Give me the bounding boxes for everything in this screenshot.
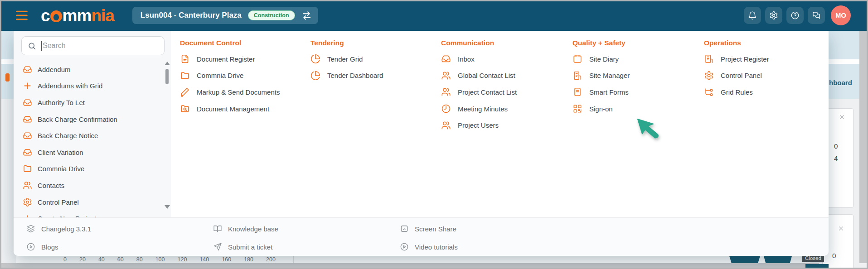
pointer-cursor-icon [636,118,666,140]
inbox-tray-icon [23,148,32,157]
menu-item-project-register[interactable]: Project Register [704,51,813,67]
sidebar-item-control-panel[interactable]: Control Panel [21,194,163,211]
menu-column-title: Quality + Safety [572,39,704,48]
menu-item-tender-dashboard[interactable]: Tender Dashboard [310,67,441,84]
menu-column: Operations Project Register Control Pane… [704,39,813,134]
vertical-scrollbar[interactable] [859,31,867,263]
inbox-tray-icon [23,98,32,107]
menu-item-markup-send-documents[interactable]: Markup & Send Documents [180,84,310,101]
menu-item-document-register[interactable]: Document Register [180,51,310,67]
axis-tick-label: 80 [136,256,143,263]
footer-link-screen-share[interactable]: Screen Share [400,220,458,238]
menu-item-label: Project Register [721,55,769,63]
close-icon[interactable] [838,225,844,232]
menu-item-control-panel[interactable]: Control Panel [704,67,813,84]
menu-column-title: Communication [441,39,572,48]
settings-button[interactable] [765,7,782,24]
users-icon [23,181,32,190]
sidebar-list: Addendum Addendums with Grid Authority T… [21,61,163,217]
menu-item-global-contact-list[interactable]: Global Contact List [441,67,572,84]
sidebar-item-create-new-project[interactable]: Create New Project [21,210,163,217]
sidebar-item-addendums-with-grid[interactable]: Addendums with Grid [21,78,163,95]
users-icon [441,120,451,130]
pie-chart-icon [310,54,320,64]
sidebar-item-contacts[interactable]: Contacts [21,177,163,194]
axis-tick-label: 60 [117,256,124,263]
menu-item-label: Project Users [458,121,499,129]
axis-tick-label: 120 [178,256,187,263]
sidebar-item-label: Client Variation [38,149,83,156]
chart-legend-fragment [805,264,829,269]
help-button[interactable] [786,7,804,24]
folder-icon [180,71,190,81]
footer-link-blogs[interactable]: Blogs [26,238,91,256]
menu-item-tender-grid[interactable]: Tender Grid [310,51,441,67]
building-icon [572,71,582,81]
menu-item-site-manager[interactable]: Site Manager [572,67,704,84]
sidebar-item-label: Authority To Let [38,99,85,106]
swap-arrows-icon[interactable] [301,10,312,21]
users-icon [441,71,451,81]
card-value: 0 [832,252,836,259]
axis-tick-label: 200 [266,256,276,263]
menu-item-grid-rules[interactable]: Grid Rules [704,84,813,101]
sidebar-item-addendum[interactable]: Addendum [21,61,163,78]
footer-link-label: Submit a ticket [228,243,272,251]
sidebar-item-commnia-drive[interactable]: Commnia Drive [21,161,163,178]
sidebar-item-label: Back Charge Notice [38,132,98,139]
notifications-button[interactable] [744,7,761,24]
send-icon [213,242,222,251]
sidebar-item-authority-to-let[interactable]: Authority To Let [21,94,163,111]
menu-item-label: Document Register [197,55,255,63]
menu-item-label: Tender Grid [327,55,363,63]
scrollbar-down-arrow[interactable] [165,205,170,209]
chat-button[interactable] [808,7,825,24]
menu-item-label: Site Diary [589,55,619,63]
folder-search-icon [180,104,190,114]
inbox-tray-icon [441,54,451,64]
menu-item-sign-on[interactable]: Sign-on [572,101,704,117]
book-open-icon [213,224,222,233]
sidebar-item-back-charge-notice[interactable]: Back Charge Notice [21,127,163,144]
menu-column-title: Operations [704,39,813,48]
chart-axis-ticks: 020406080100120140160180200 [63,256,276,263]
sidebar-item-back-charge-confirmation[interactable]: Back Charge Confirmation [21,111,163,128]
menu-item-smart-forms[interactable]: Smart Forms [572,84,704,101]
user-avatar[interactable]: MO [831,5,851,25]
axis-tick-label: 160 [222,256,231,263]
menu-search [21,36,165,55]
footer-link-label: Video tutorials [415,243,458,251]
menu-item-inbox[interactable]: Inbox [441,51,572,67]
hamburger-menu-button[interactable] [15,9,29,22]
footer-column: Changelog 3.3.1 Blogs [26,220,91,256]
sidebar-item-client-variation[interactable]: Client Variation [21,144,163,161]
footer-link-submit-ticket[interactable]: Submit a ticket [213,238,278,256]
project-selector[interactable]: Lsun004 - Canterbury Plaza Construction [132,7,318,24]
commnia-logo[interactable]: cmmnia [41,7,114,24]
menu-item-document-management[interactable]: Document Management [180,101,310,117]
close-icon[interactable] [839,114,845,120]
folder-icon [23,164,32,173]
menu-item-project-users[interactable]: Project Users [441,117,572,134]
menu-item-meeting-minutes[interactable]: Meeting Minutes [441,101,572,117]
menu-item-commnia-drive[interactable]: Commnia Drive [180,67,310,84]
inbox-tray-icon [23,65,32,74]
bell-icon [748,11,757,20]
menu-column-title: Tendering [310,39,441,48]
project-stage-badge: Construction [248,10,295,20]
background-button-fragment [5,73,10,82]
footer-link-video-tutorials[interactable]: Video tutorials [400,238,458,256]
footer-link-knowledge-base[interactable]: Knowledge base [213,220,278,238]
inbox-tray-icon [23,115,32,124]
scrollbar-up-arrow[interactable] [165,62,170,65]
search-input[interactable] [22,37,164,55]
menu-item-project-contact-list[interactable]: Project Contact List [441,84,572,101]
horizontal-scrollbar[interactable] [1,263,819,268]
menu-item-site-diary[interactable]: Site Diary [572,51,704,67]
calendar-icon [572,54,582,64]
footer-link-changelog[interactable]: Changelog 3.3.1 [26,220,91,238]
gear-icon [769,11,778,20]
scrollbar-thumb[interactable] [165,69,169,84]
qr-code-icon [572,104,582,114]
axis-tick-label: 0 [63,256,67,263]
